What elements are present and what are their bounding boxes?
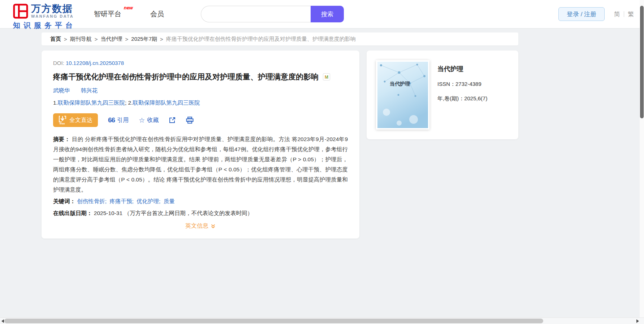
free-download-icon: free: [59, 115, 66, 125]
journal-volume-row: 年,卷(期)：2025,6(7): [437, 95, 487, 102]
page-title: 疼痛干预优化护理在创伤性骨折护理中的应用及对护理质量、护理满意度的影响: [53, 71, 319, 82]
journal-cover-title: 当代护理: [390, 81, 410, 87]
affiliation-link[interactable]: 联勤保障部队第九四三医院: [133, 100, 200, 106]
author-link[interactable]: 韩兴花: [81, 87, 98, 95]
breadcrumb-separator: >: [95, 36, 98, 42]
breadcrumb-journal[interactable]: 当代护理: [101, 36, 122, 43]
breadcrumb: 首页 > 期刊导航 > 当代护理 > 2025年7期 > 疼痛干预优化护理在创伤…: [42, 32, 518, 45]
abstract: 摘要： 目的 分析疼痛干预优化护理在创伤性骨折应用中对护理质量、护理满意度的影响…: [53, 134, 348, 195]
search-button[interactable]: 搜索: [311, 6, 344, 22]
journal-issn-row: ISSN：2732-4389: [437, 81, 487, 88]
english-info-toggle[interactable]: 英文信息: [53, 222, 348, 230]
nav-item-zhiyan-platform[interactable]: 智研平台 new: [94, 9, 121, 19]
breadcrumb-issue[interactable]: 2025年7期: [131, 36, 157, 43]
affiliation-separator: ;: [125, 100, 128, 106]
login-register-button[interactable]: 登录 / 注册: [558, 7, 605, 21]
article-card: DOI: 10.12208/j.cn.20250378 疼痛干预优化护理在创伤性…: [42, 51, 359, 238]
horizontal-scrollbar-thumb[interactable]: [4, 319, 543, 323]
cite-button[interactable]: 66 引用: [108, 116, 129, 124]
affiliation-list: 1.联勤保障部队第九四三医院; 2.联勤保障部队第九四三医院: [53, 99, 348, 107]
double-chevron-down-icon: [211, 224, 216, 229]
scroll-left-arrow-icon[interactable]: [1, 319, 4, 323]
breadcrumb-home[interactable]: 首页: [50, 36, 61, 43]
journal-cover[interactable]: 当代护理: [376, 60, 429, 130]
lang-simplified[interactable]: 简: [614, 10, 620, 18]
doi-label: DOI:: [53, 60, 64, 66]
pubdate-note: （万方平台首次上网日期，不代表论文的发表时间）: [124, 210, 253, 216]
journal-card: 当代护理 当代护理 ISSN：2732-4389 年,卷(期)：2025,6(7…: [367, 51, 518, 139]
main-nav: 智研平台 new 会员: [94, 9, 164, 19]
lang-traditional[interactable]: 繁: [628, 10, 634, 18]
online-publish-date-row: 在线出版日期： 2025-10-31 （万方平台首次上网日期，不代表论文的发表时…: [53, 210, 348, 217]
nav-item-member[interactable]: 会员: [150, 9, 164, 19]
breadcrumb-separator: >: [125, 36, 129, 42]
wanfang-logo-icon: [13, 4, 28, 19]
breadcrumb-current-article: 疼痛干预优化护理在创伤性骨折护理中的应用及对护理质量、护理满意度的影响: [166, 36, 356, 43]
doi-link[interactable]: 10.12208/j.cn.20250378: [66, 60, 124, 66]
new-badge: new: [124, 5, 133, 10]
print-button[interactable]: [186, 117, 194, 124]
keyword-link[interactable]: 优化护理: [137, 198, 159, 204]
scroll-right-arrow-icon[interactable]: [636, 319, 639, 323]
breadcrumb-separator: >: [64, 36, 67, 42]
lang-divider: [624, 11, 624, 17]
doi-row: DOI: 10.12208/j.cn.20250378: [53, 60, 348, 66]
keyword-list: 关键词： 创伤性骨折; 疼痛干预; 优化护理; 质量: [53, 198, 348, 205]
wanfang-logo[interactable]: 万方数据 WANFANG DATA 知识服务平台: [13, 4, 76, 30]
breadcrumb-separator: >: [160, 36, 163, 42]
search-input[interactable]: [201, 6, 311, 22]
breadcrumb-journal-nav[interactable]: 期刊导航: [70, 36, 92, 43]
header: 万方数据 WANFANG DATA 知识服务平台 智研平台 new 会员 搜索 …: [0, 0, 644, 28]
vertical-scrollbar-track: [640, 0, 644, 318]
search-bar: 搜索: [201, 6, 344, 22]
keywords-label: 关键词：: [53, 198, 75, 204]
author-link[interactable]: 武晓华: [53, 87, 70, 95]
affiliation-link[interactable]: 联勤保障部队第九四三医院: [58, 100, 125, 106]
printer-icon: [186, 117, 194, 124]
quote-66-icon: 66: [108, 116, 115, 124]
svg-text:M: M: [325, 75, 328, 80]
share-box-arrow-icon: [169, 117, 176, 124]
star-outline-icon: ☆: [139, 117, 145, 124]
action-toolbar: free 全文直达 66 引用 ☆ 收藏: [53, 113, 348, 127]
pubdate-value: 2025-10-31: [94, 210, 122, 216]
brand-name: 万方数据: [31, 4, 74, 14]
journal-issn: 2732-4389: [455, 81, 481, 87]
fulltext-access-button[interactable]: free 全文直达: [53, 113, 98, 127]
pubdate-label: 在线出版日期：: [53, 210, 92, 216]
article-title-row: 疼痛干预优化护理在创伤性骨折护理中的应用及对护理质量、护理满意度的影响 M: [53, 71, 348, 82]
journal-name[interactable]: 当代护理: [437, 65, 487, 73]
abstract-text: 目的 分析疼痛干预优化护理在创伤性骨折应用中对护理质量、护理满意度的影响。方法 …: [53, 136, 348, 193]
affiliation-index: 1.: [53, 100, 58, 106]
keyword-link[interactable]: 质量: [164, 198, 175, 204]
vertical-scrollbar-thumb[interactable]: [640, 6, 644, 118]
fulltext-label: 全文直达: [69, 117, 92, 124]
brand-name-en: WANFANG DATA: [31, 14, 74, 18]
svg-text:free: free: [60, 122, 65, 125]
language-toggle: 简 繁: [614, 10, 634, 18]
horizontal-scrollbar-track: [0, 318, 644, 324]
keyword-link[interactable]: 创伤性骨折: [77, 198, 105, 204]
journal-volume: 2025,6(7): [464, 95, 487, 101]
keyword-link[interactable]: 疼痛干预: [109, 198, 132, 204]
abstract-label: 摘要：: [53, 136, 70, 142]
brand-tagline: 知识服务平台: [13, 21, 76, 30]
affiliation-index: 2.: [128, 100, 133, 106]
share-button[interactable]: [169, 117, 176, 124]
author-list: 武晓华 韩兴花: [53, 87, 348, 95]
medical-badge-icon[interactable]: M: [323, 73, 330, 80]
favorite-button[interactable]: ☆ 收藏: [139, 117, 159, 124]
